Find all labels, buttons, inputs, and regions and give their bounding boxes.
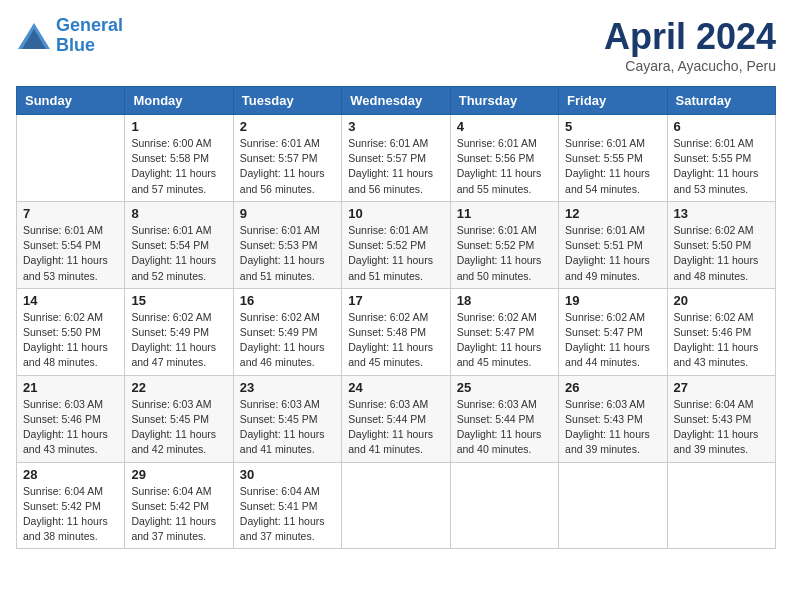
calendar-cell: 16Sunrise: 6:02 AM Sunset: 5:49 PM Dayli… [233, 288, 341, 375]
col-saturday: Saturday [667, 87, 775, 115]
logo: General Blue [16, 16, 123, 56]
day-info: Sunrise: 6:01 AM Sunset: 5:54 PM Dayligh… [131, 223, 226, 284]
calendar-cell: 19Sunrise: 6:02 AM Sunset: 5:47 PM Dayli… [559, 288, 667, 375]
day-info: Sunrise: 6:01 AM Sunset: 5:57 PM Dayligh… [240, 136, 335, 197]
day-number: 11 [457, 206, 552, 221]
calendar-cell: 10Sunrise: 6:01 AM Sunset: 5:52 PM Dayli… [342, 201, 450, 288]
day-info: Sunrise: 6:02 AM Sunset: 5:50 PM Dayligh… [23, 310, 118, 371]
day-info: Sunrise: 6:04 AM Sunset: 5:42 PM Dayligh… [131, 484, 226, 545]
day-number: 13 [674, 206, 769, 221]
calendar-cell: 12Sunrise: 6:01 AM Sunset: 5:51 PM Dayli… [559, 201, 667, 288]
calendar-cell: 5Sunrise: 6:01 AM Sunset: 5:55 PM Daylig… [559, 115, 667, 202]
day-info: Sunrise: 6:03 AM Sunset: 5:44 PM Dayligh… [348, 397, 443, 458]
calendar-cell: 18Sunrise: 6:02 AM Sunset: 5:47 PM Dayli… [450, 288, 558, 375]
day-number: 3 [348, 119, 443, 134]
day-info: Sunrise: 6:03 AM Sunset: 5:46 PM Dayligh… [23, 397, 118, 458]
page-header: General Blue April 2024 Cayara, Ayacucho… [16, 16, 776, 74]
day-number: 16 [240, 293, 335, 308]
col-sunday: Sunday [17, 87, 125, 115]
day-number: 12 [565, 206, 660, 221]
calendar-cell: 17Sunrise: 6:02 AM Sunset: 5:48 PM Dayli… [342, 288, 450, 375]
calendar-cell: 6Sunrise: 6:01 AM Sunset: 5:55 PM Daylig… [667, 115, 775, 202]
day-number: 24 [348, 380, 443, 395]
calendar-cell: 4Sunrise: 6:01 AM Sunset: 5:56 PM Daylig… [450, 115, 558, 202]
calendar-cell [667, 462, 775, 549]
calendar-cell: 22Sunrise: 6:03 AM Sunset: 5:45 PM Dayli… [125, 375, 233, 462]
day-number: 1 [131, 119, 226, 134]
calendar-cell [559, 462, 667, 549]
logo-general: General [56, 15, 123, 35]
day-number: 28 [23, 467, 118, 482]
calendar-cell: 1Sunrise: 6:00 AM Sunset: 5:58 PM Daylig… [125, 115, 233, 202]
day-number: 30 [240, 467, 335, 482]
day-info: Sunrise: 6:00 AM Sunset: 5:58 PM Dayligh… [131, 136, 226, 197]
calendar-cell: 7Sunrise: 6:01 AM Sunset: 5:54 PM Daylig… [17, 201, 125, 288]
calendar-cell: 14Sunrise: 6:02 AM Sunset: 5:50 PM Dayli… [17, 288, 125, 375]
day-info: Sunrise: 6:01 AM Sunset: 5:52 PM Dayligh… [348, 223, 443, 284]
day-info: Sunrise: 6:03 AM Sunset: 5:45 PM Dayligh… [131, 397, 226, 458]
day-info: Sunrise: 6:01 AM Sunset: 5:53 PM Dayligh… [240, 223, 335, 284]
month-title: April 2024 [604, 16, 776, 58]
calendar-cell: 8Sunrise: 6:01 AM Sunset: 5:54 PM Daylig… [125, 201, 233, 288]
calendar-body: 1Sunrise: 6:00 AM Sunset: 5:58 PM Daylig… [17, 115, 776, 549]
day-number: 27 [674, 380, 769, 395]
day-number: 10 [348, 206, 443, 221]
title-area: April 2024 Cayara, Ayacucho, Peru [604, 16, 776, 74]
day-info: Sunrise: 6:04 AM Sunset: 5:43 PM Dayligh… [674, 397, 769, 458]
day-info: Sunrise: 6:01 AM Sunset: 5:54 PM Dayligh… [23, 223, 118, 284]
logo-blue: Blue [56, 35, 95, 55]
day-number: 9 [240, 206, 335, 221]
day-info: Sunrise: 6:02 AM Sunset: 5:50 PM Dayligh… [674, 223, 769, 284]
col-wednesday: Wednesday [342, 87, 450, 115]
day-number: 14 [23, 293, 118, 308]
calendar-cell [17, 115, 125, 202]
calendar-week-2: 7Sunrise: 6:01 AM Sunset: 5:54 PM Daylig… [17, 201, 776, 288]
day-info: Sunrise: 6:02 AM Sunset: 5:46 PM Dayligh… [674, 310, 769, 371]
col-tuesday: Tuesday [233, 87, 341, 115]
day-number: 29 [131, 467, 226, 482]
col-friday: Friday [559, 87, 667, 115]
calendar-header: Sunday Monday Tuesday Wednesday Thursday… [17, 87, 776, 115]
day-number: 7 [23, 206, 118, 221]
day-info: Sunrise: 6:02 AM Sunset: 5:47 PM Dayligh… [565, 310, 660, 371]
calendar-cell: 28Sunrise: 6:04 AM Sunset: 5:42 PM Dayli… [17, 462, 125, 549]
day-info: Sunrise: 6:01 AM Sunset: 5:51 PM Dayligh… [565, 223, 660, 284]
day-number: 15 [131, 293, 226, 308]
calendar-cell [450, 462, 558, 549]
calendar-cell: 26Sunrise: 6:03 AM Sunset: 5:43 PM Dayli… [559, 375, 667, 462]
day-number: 20 [674, 293, 769, 308]
day-number: 22 [131, 380, 226, 395]
day-info: Sunrise: 6:03 AM Sunset: 5:43 PM Dayligh… [565, 397, 660, 458]
calendar-cell: 3Sunrise: 6:01 AM Sunset: 5:57 PM Daylig… [342, 115, 450, 202]
day-info: Sunrise: 6:01 AM Sunset: 5:56 PM Dayligh… [457, 136, 552, 197]
day-info: Sunrise: 6:02 AM Sunset: 5:48 PM Dayligh… [348, 310, 443, 371]
calendar-cell: 15Sunrise: 6:02 AM Sunset: 5:49 PM Dayli… [125, 288, 233, 375]
day-number: 18 [457, 293, 552, 308]
calendar-cell: 23Sunrise: 6:03 AM Sunset: 5:45 PM Dayli… [233, 375, 341, 462]
col-thursday: Thursday [450, 87, 558, 115]
location-subtitle: Cayara, Ayacucho, Peru [604, 58, 776, 74]
calendar-cell: 2Sunrise: 6:01 AM Sunset: 5:57 PM Daylig… [233, 115, 341, 202]
calendar-week-5: 28Sunrise: 6:04 AM Sunset: 5:42 PM Dayli… [17, 462, 776, 549]
day-number: 26 [565, 380, 660, 395]
calendar-cell [342, 462, 450, 549]
calendar-cell: 27Sunrise: 6:04 AM Sunset: 5:43 PM Dayli… [667, 375, 775, 462]
day-number: 19 [565, 293, 660, 308]
day-info: Sunrise: 6:02 AM Sunset: 5:47 PM Dayligh… [457, 310, 552, 371]
col-monday: Monday [125, 87, 233, 115]
day-info: Sunrise: 6:04 AM Sunset: 5:41 PM Dayligh… [240, 484, 335, 545]
day-number: 5 [565, 119, 660, 134]
calendar-week-1: 1Sunrise: 6:00 AM Sunset: 5:58 PM Daylig… [17, 115, 776, 202]
day-info: Sunrise: 6:01 AM Sunset: 5:55 PM Dayligh… [674, 136, 769, 197]
header-row: Sunday Monday Tuesday Wednesday Thursday… [17, 87, 776, 115]
day-info: Sunrise: 6:01 AM Sunset: 5:52 PM Dayligh… [457, 223, 552, 284]
day-info: Sunrise: 6:01 AM Sunset: 5:57 PM Dayligh… [348, 136, 443, 197]
calendar-cell: 25Sunrise: 6:03 AM Sunset: 5:44 PM Dayli… [450, 375, 558, 462]
day-info: Sunrise: 6:02 AM Sunset: 5:49 PM Dayligh… [131, 310, 226, 371]
logo-icon [16, 21, 52, 51]
day-info: Sunrise: 6:03 AM Sunset: 5:44 PM Dayligh… [457, 397, 552, 458]
calendar-cell: 30Sunrise: 6:04 AM Sunset: 5:41 PM Dayli… [233, 462, 341, 549]
calendar-cell: 21Sunrise: 6:03 AM Sunset: 5:46 PM Dayli… [17, 375, 125, 462]
calendar-week-3: 14Sunrise: 6:02 AM Sunset: 5:50 PM Dayli… [17, 288, 776, 375]
calendar-table: Sunday Monday Tuesday Wednesday Thursday… [16, 86, 776, 549]
